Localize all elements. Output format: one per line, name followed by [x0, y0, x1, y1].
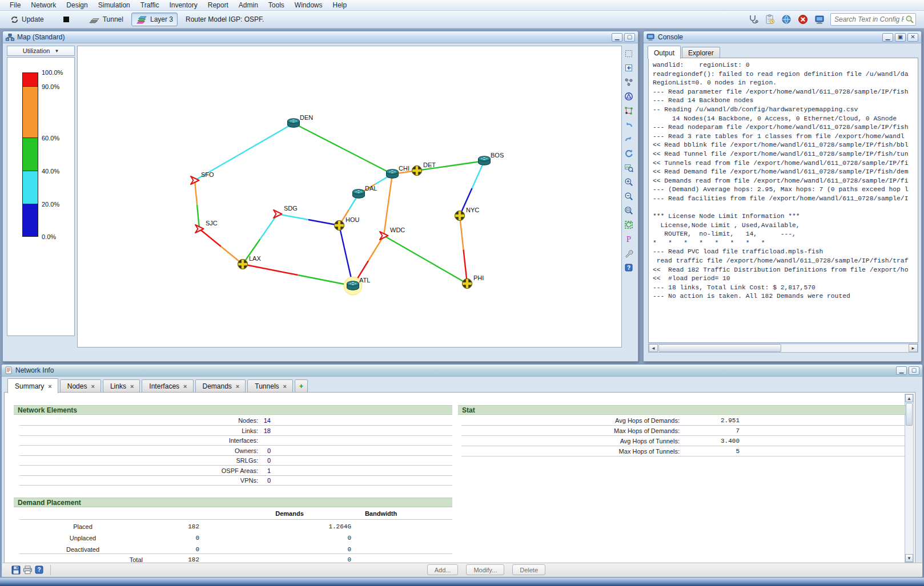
menu-item-windows[interactable]: Windows — [290, 0, 328, 11]
distribute-nodes-icon[interactable] — [622, 104, 635, 117]
topology-canvas[interactable]: DENSFOSJCSDGLAXDALHOUCHIDETBOSNYCWDCATLP… — [77, 46, 622, 347]
menu-item-design[interactable]: Design — [61, 0, 93, 11]
link-SDG-HOU[interactable] — [278, 214, 339, 225]
graph-layout-icon[interactable] — [622, 76, 635, 88]
menu-item-help[interactable]: Help — [328, 0, 352, 11]
node-LAX[interactable] — [238, 260, 248, 269]
scroll-left-button[interactable]: ◄ — [649, 344, 658, 352]
save-icon[interactable] — [10, 564, 22, 576]
console-restore-button[interactable]: ▣ — [895, 33, 906, 42]
update-button[interactable]: Update — [6, 13, 49, 26]
tab-close-icon[interactable]: × — [130, 383, 134, 390]
map-maximize-button[interactable]: ▢ — [624, 33, 635, 42]
zoom-in-icon[interactable] — [622, 176, 635, 188]
map-minimize-button[interactable]: ▁ — [612, 33, 622, 42]
help-icon[interactable]: ? — [33, 564, 45, 576]
console-close-button[interactable]: ✕ — [907, 33, 918, 42]
report-icon[interactable] — [764, 14, 776, 25]
node-DET[interactable] — [412, 166, 422, 176]
tab-close-icon[interactable]: × — [283, 383, 287, 390]
stethoscope-icon[interactable] — [748, 14, 759, 25]
tab-demands[interactable]: Demands× — [195, 379, 246, 393]
menu-item-network[interactable]: Network — [26, 0, 61, 11]
console-tab-output[interactable]: Output — [648, 46, 681, 59]
globe-icon[interactable] — [781, 14, 792, 25]
network-info-minimize-button[interactable]: ▁ — [896, 366, 907, 375]
node-DEN[interactable] — [288, 119, 300, 127]
tab-close-icon[interactable]: × — [183, 383, 187, 390]
tools-wrench-icon[interactable] — [622, 247, 635, 260]
tab-close-icon[interactable]: × — [91, 383, 94, 390]
network-info-titlebar[interactable]: Network Info ▁ ▢ — [2, 365, 922, 377]
link-NYC-PHI[interactable] — [460, 216, 467, 284]
console-tab-explorer[interactable]: Explorer — [682, 47, 720, 59]
reset-view-icon[interactable] — [622, 147, 635, 160]
menu-item-tools[interactable]: Tools — [263, 0, 290, 11]
menu-item-file[interactable]: File — [5, 0, 26, 11]
scroll-up-button[interactable]: ▲ — [905, 394, 913, 402]
link-DEN-CHI[interactable] — [294, 123, 392, 174]
layer3-button[interactable]: Layer 3 — [131, 13, 178, 26]
tab-close-icon[interactable]: × — [236, 383, 239, 390]
map-mode-select[interactable]: Utilization ▼ — [7, 46, 75, 56]
fit-in-window-icon[interactable] — [622, 62, 635, 74]
path-label-icon[interactable]: P — [622, 233, 635, 245]
search-icon[interactable] — [905, 15, 914, 24]
scroll-thumb[interactable] — [906, 403, 913, 426]
abort-icon[interactable] — [797, 14, 809, 25]
menu-item-report[interactable]: Report — [203, 0, 234, 11]
ne-row-value: 0 — [214, 447, 271, 454]
tab-summary[interactable]: Summary× — [7, 378, 58, 393]
zoom-window-icon[interactable] — [622, 204, 635, 217]
link-WDC-PHI[interactable] — [384, 236, 467, 284]
scroll-down-button[interactable]: ▼ — [905, 554, 913, 562]
menu-item-inventory[interactable]: Inventory — [164, 0, 202, 11]
add-tab-button[interactable]: + — [295, 379, 308, 393]
legend-label: 60.0% — [42, 135, 59, 142]
circular-layout-icon[interactable] — [622, 90, 635, 103]
stop-button[interactable] — [59, 13, 74, 26]
console-minimize-button[interactable]: ▁ — [882, 33, 893, 42]
node-SDG[interactable] — [274, 210, 282, 218]
menu-item-simulation[interactable]: Simulation — [93, 0, 135, 11]
tab-tunnels[interactable]: Tunnels× — [247, 379, 293, 393]
select-marquee-icon[interactable] — [622, 47, 635, 60]
menu-item-traffic[interactable]: Traffic — [135, 0, 164, 11]
undo-icon[interactable] — [622, 119, 635, 131]
tab-nodes[interactable]: Nodes× — [60, 379, 101, 393]
summary-vscrollbar[interactable]: ▲ ▼ — [905, 394, 914, 563]
menu-item-admin[interactable]: Admin — [234, 0, 263, 11]
node-DAL[interactable] — [353, 189, 365, 198]
link-SFO-SJC[interactable] — [195, 180, 199, 229]
modify-button[interactable]: Modify... — [466, 564, 504, 575]
link-LAX-ATL[interactable] — [243, 264, 353, 286]
node-PHI[interactable] — [463, 279, 472, 289]
tab-close-icon[interactable]: × — [48, 383, 51, 390]
search-input[interactable] — [830, 13, 916, 26]
delete-button[interactable]: Delete — [512, 564, 545, 575]
help-icon[interactable]: ? — [622, 261, 635, 274]
print-icon[interactable] — [22, 564, 33, 576]
node-NYC[interactable] — [455, 211, 465, 221]
tab-links[interactable]: Links× — [103, 379, 140, 393]
scroll-thumb[interactable] — [658, 344, 781, 352]
zoom-out-icon[interactable] — [622, 190, 635, 203]
zoom-selection-icon[interactable] — [622, 161, 635, 174]
map-titlebar[interactable]: Map (Standard) ▁ ▢ — [3, 31, 638, 43]
fit-content-icon[interactable] — [622, 219, 635, 231]
add-button[interactable]: Add... — [427, 564, 459, 575]
stat-row-value: 7 — [682, 427, 740, 434]
network-info-maximize-button[interactable]: ▢ — [909, 366, 919, 375]
node-CHI[interactable] — [387, 169, 399, 178]
tab-interfaces[interactable]: Interfaces× — [142, 379, 193, 393]
redo-icon[interactable] — [622, 133, 635, 146]
scroll-right-button[interactable]: ► — [909, 344, 918, 352]
console-hscrollbar[interactable]: ◄ ► — [648, 343, 918, 353]
link-SJC-LAX[interactable] — [199, 229, 243, 264]
node-BOS[interactable] — [479, 156, 491, 165]
tunnel-button[interactable]: Tunnel — [84, 13, 128, 26]
row-separator — [19, 475, 452, 476]
console-titlebar[interactable]: Console ▁ ▣ ✕ — [644, 31, 921, 43]
node-HOU[interactable] — [335, 221, 344, 231]
console-monitor-icon[interactable] — [814, 14, 825, 25]
